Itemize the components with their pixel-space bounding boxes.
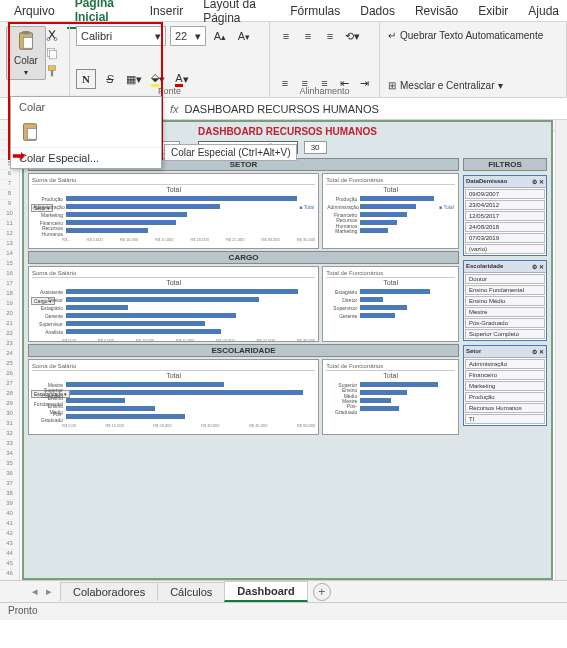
row-header[interactable]: 41 — [0, 520, 20, 530]
filter-item[interactable]: Marketing — [465, 381, 545, 391]
row-header[interactable]: 18 — [0, 290, 20, 300]
menu-ajuda[interactable]: Ajuda — [520, 1, 567, 21]
chart-cargo-salario[interactable]: Soma de SalárioTotalCargo ▾AssistenteDir… — [28, 266, 319, 342]
chart-esc-salario[interactable]: Soma de SalárioTotalEscolaridade ▾Mestre… — [28, 359, 319, 435]
row-header[interactable]: 30 — [0, 410, 20, 420]
align-bottom-icon[interactable]: ≡ — [320, 26, 340, 46]
filter-datademissao[interactable]: DataDemissao⚙ ✕09/09/200723/04/201212/05… — [463, 175, 547, 256]
row-header[interactable]: 43 — [0, 540, 20, 550]
paste-button[interactable]: Colar ▾ — [6, 26, 46, 80]
menu-inserir[interactable]: Inserir — [142, 1, 191, 21]
menu-revisao[interactable]: Revisão — [407, 1, 466, 21]
chart-cargo-func[interactable]: Total de FuncionáriosTotalEstagiárioDire… — [322, 266, 459, 342]
tab-colaboradores[interactable]: Colaboradores — [60, 582, 158, 601]
menu-exibir[interactable]: Exibir — [470, 1, 516, 21]
chart-setor-salario[interactable]: Soma de SalárioTotalSetor ▾ProduçãoAdmin… — [28, 173, 319, 249]
wrap-group: ↵Quebrar Texto Automaticamente ⊞Mesclar … — [380, 22, 567, 97]
chart-setor-func[interactable]: Total de FuncionáriosTotalProduçãoAdmini… — [322, 173, 459, 249]
filter-item[interactable]: 23/04/2012 — [465, 200, 545, 210]
filter-item[interactable]: Financeiro — [465, 370, 545, 380]
row-header[interactable]: 24 — [0, 350, 20, 360]
copy-icon[interactable] — [45, 46, 59, 60]
row-header[interactable]: 8 — [0, 190, 20, 200]
paste-option-icon[interactable] — [19, 121, 41, 143]
formula-value[interactable]: DASHBOARD RECURSOS HUMANOS — [185, 103, 379, 115]
align-top-icon[interactable]: ≡ — [276, 26, 296, 46]
row-header[interactable]: 16 — [0, 270, 20, 280]
row-header[interactable]: 22 — [0, 330, 20, 340]
filter-item[interactable]: 24/08/2018 — [465, 222, 545, 232]
vertical-scrollbar[interactable] — [555, 120, 567, 580]
row-header[interactable]: 26 — [0, 370, 20, 380]
row-header[interactable]: 31 — [0, 420, 20, 430]
row-header[interactable]: 39 — [0, 500, 20, 510]
row-header[interactable]: 14 — [0, 250, 20, 260]
font-size-select[interactable]: 22▾ — [170, 26, 206, 46]
row-header[interactable]: 11 — [0, 220, 20, 230]
row-header[interactable]: 32 — [0, 430, 20, 440]
row-header[interactable]: 40 — [0, 510, 20, 520]
row-header[interactable]: 27 — [0, 380, 20, 390]
row-header[interactable]: 6 — [0, 170, 20, 180]
row-header[interactable]: 20 — [0, 310, 20, 320]
merge-center-button[interactable]: ⊞Mesclar e Centralizar▾ — [386, 78, 560, 93]
add-sheet-button[interactable]: + — [313, 583, 331, 601]
row-header[interactable]: 46 — [0, 570, 20, 580]
filter-item[interactable]: Pós-Graduado — [465, 318, 545, 328]
cut-icon[interactable] — [45, 28, 59, 42]
filter-item[interactable]: 12/05/2017 — [465, 211, 545, 221]
decrease-font-icon[interactable]: A▾ — [234, 26, 254, 46]
menu-arquivo[interactable]: Arquivo — [6, 1, 63, 21]
row-header[interactable]: 21 — [0, 320, 20, 330]
filter-item[interactable]: Recursos Humanos — [465, 403, 545, 413]
filter-item[interactable]: (vazio) — [465, 244, 545, 254]
wrap-text-button[interactable]: ↵Quebrar Texto Automaticamente — [386, 28, 560, 43]
menu-dados[interactable]: Dados — [352, 1, 403, 21]
filter-item[interactable]: Doutor — [465, 274, 545, 284]
row-header[interactable]: 42 — [0, 530, 20, 540]
filter-item[interactable]: 07/03/2019 — [465, 233, 545, 243]
row-header[interactable]: 13 — [0, 240, 20, 250]
align-middle-icon[interactable]: ≡ — [298, 26, 318, 46]
filter-item[interactable]: Mestre — [465, 307, 545, 317]
row-header[interactable]: 29 — [0, 400, 20, 410]
filter-item[interactable]: TI — [465, 414, 545, 424]
row-header[interactable]: 36 — [0, 470, 20, 480]
filter-item[interactable]: Produção — [465, 392, 545, 402]
format-painter-icon[interactable] — [45, 64, 59, 78]
tab-dashboard[interactable]: Dashboard — [224, 581, 307, 602]
tab-nav-next-icon[interactable]: ▸ — [46, 585, 52, 598]
filter-setor[interactable]: Setor⚙ ✕AdministraçãoFinanceiroMarketing… — [463, 345, 547, 426]
row-header[interactable]: 28 — [0, 390, 20, 400]
tab-calculos[interactable]: Cálculos — [157, 582, 225, 601]
chart-esc-func[interactable]: Total de FuncionáriosTotalSuperiorEnsino… — [322, 359, 459, 435]
row-header[interactable]: 44 — [0, 550, 20, 560]
increase-font-icon[interactable]: A▴ — [210, 26, 230, 46]
row-header[interactable]: 17 — [0, 280, 20, 290]
filter-item[interactable]: Ensino Médio — [465, 296, 545, 306]
orientation-icon[interactable]: ⟲▾ — [342, 26, 362, 46]
font-name-select[interactable]: Calibri▾ — [76, 26, 166, 46]
row-header[interactable]: 34 — [0, 450, 20, 460]
row-header[interactable]: 37 — [0, 480, 20, 490]
row-header[interactable]: 12 — [0, 230, 20, 240]
row-header[interactable]: 23 — [0, 340, 20, 350]
tab-nav-prev-icon[interactable]: ◂ — [32, 585, 38, 598]
filter-escolaridade[interactable]: Escolaridade⚙ ✕DoutorEnsino FundamentalE… — [463, 260, 547, 341]
menu-formulas[interactable]: Fórmulas — [282, 1, 348, 21]
paste-special-item[interactable]: Colar Especial... — [11, 147, 161, 168]
row-header[interactable]: 9 — [0, 200, 20, 210]
filter-item[interactable]: Ensino Fundamental — [465, 285, 545, 295]
row-header[interactable]: 35 — [0, 460, 20, 470]
row-header[interactable]: 45 — [0, 560, 20, 570]
filter-item[interactable]: 09/09/2007 — [465, 189, 545, 199]
row-header[interactable]: 7 — [0, 180, 20, 190]
row-header[interactable]: 38 — [0, 490, 20, 500]
filter-item[interactable]: Superior Completo — [465, 329, 545, 339]
filter-item[interactable]: Administração — [465, 359, 545, 369]
row-header[interactable]: 15 — [0, 260, 20, 270]
row-header[interactable]: 25 — [0, 360, 20, 370]
row-header[interactable]: 19 — [0, 300, 20, 310]
row-header[interactable]: 10 — [0, 210, 20, 220]
row-header[interactable]: 33 — [0, 440, 20, 450]
